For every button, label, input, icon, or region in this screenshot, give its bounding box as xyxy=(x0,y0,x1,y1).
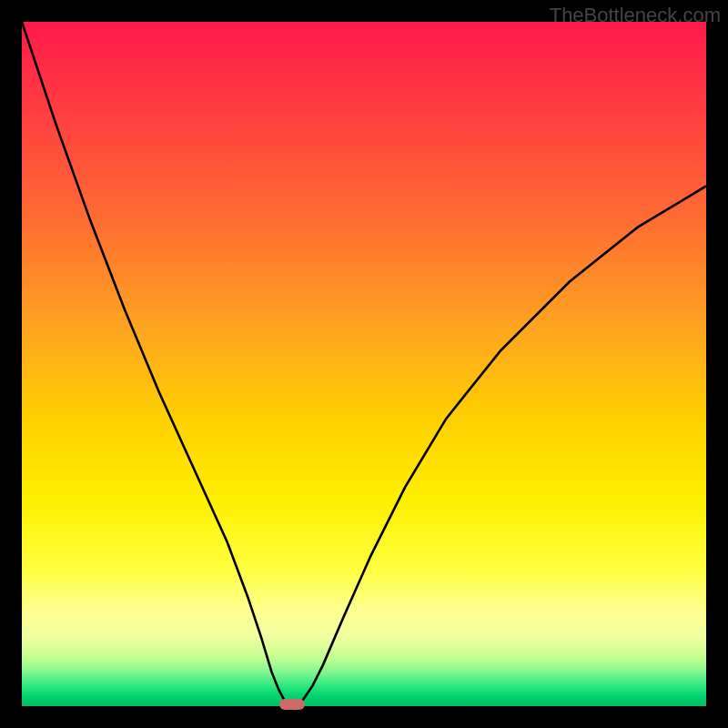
bottleneck-curve xyxy=(22,22,706,706)
plot-frame xyxy=(22,22,706,706)
optimum-marker xyxy=(279,699,305,710)
curve-left-branch xyxy=(22,22,288,704)
curve-right-branch xyxy=(296,186,706,704)
